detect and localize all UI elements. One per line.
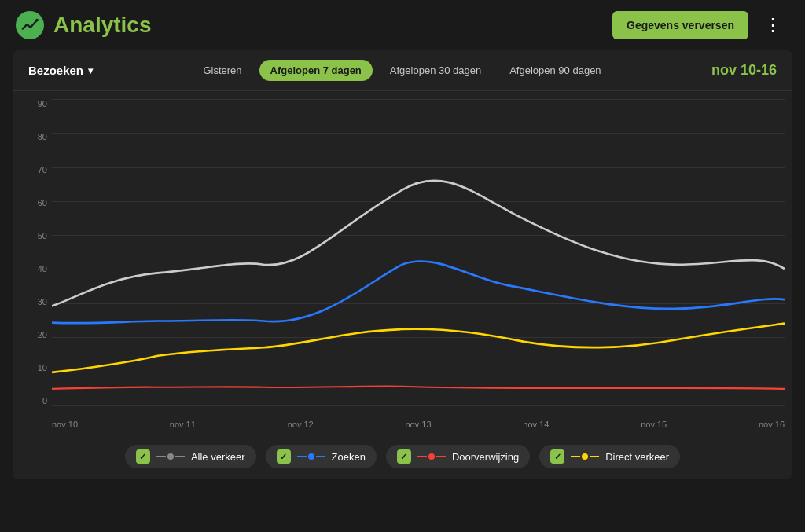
y-label-20: 20 bbox=[38, 330, 47, 339]
x-label-nov15: nov 15 bbox=[641, 420, 667, 429]
legend-line-search bbox=[297, 453, 325, 460]
legend-item-direct[interactable]: ✓ Direct verkeer bbox=[539, 445, 680, 468]
chevron-down-icon: ▾ bbox=[88, 65, 93, 76]
tab-7days[interactable]: Afgelopen 7 dagen bbox=[259, 60, 373, 81]
legend-item-search[interactable]: ✓ Zoeken bbox=[266, 445, 377, 468]
legend-label-referral: Doorverwijzing bbox=[452, 451, 519, 463]
app-header: Analytics Gegevens verversen ⋮ bbox=[0, 0, 805, 50]
header-right: Gegevens verversen ⋮ bbox=[612, 11, 789, 39]
legend-item-all[interactable]: ✓ Alle verkeer bbox=[125, 445, 256, 468]
y-label-50: 50 bbox=[38, 231, 47, 240]
chart-area: 90 80 70 60 50 40 30 20 10 0 bbox=[13, 91, 792, 437]
legend-label-search: Zoeken bbox=[332, 451, 366, 463]
legend-line-direct bbox=[571, 453, 599, 460]
chart-toolbar: Bezoeken ▾ Gisteren Afgelopen 7 dagen Af… bbox=[13, 50, 792, 91]
visits-dropdown[interactable]: Bezoeken ▾ bbox=[28, 64, 93, 77]
y-label-80: 80 bbox=[38, 132, 47, 141]
period-tabs: Gisteren Afgelopen 7 dagen Afgelopen 30 … bbox=[105, 60, 699, 81]
y-label-40: 40 bbox=[38, 264, 47, 273]
x-label-nov11: nov 11 bbox=[170, 420, 196, 429]
legend-line-referral bbox=[417, 453, 446, 460]
y-label-0: 0 bbox=[42, 396, 47, 405]
legend-line-all bbox=[156, 453, 185, 460]
tab-yesterday[interactable]: Gisteren bbox=[192, 60, 252, 81]
x-label-nov14: nov 14 bbox=[523, 420, 549, 429]
y-label-60: 60 bbox=[38, 198, 47, 207]
more-button[interactable]: ⋮ bbox=[758, 12, 789, 39]
header-left: Analytics bbox=[16, 11, 152, 39]
y-label-30: 30 bbox=[38, 297, 47, 306]
page-title: Analytics bbox=[53, 13, 152, 38]
svg-point-0 bbox=[35, 19, 39, 22]
visits-label: Bezoeken bbox=[28, 64, 83, 77]
y-label-90: 90 bbox=[38, 99, 47, 108]
chart-panel: Bezoeken ▾ Gisteren Afgelopen 7 dagen Af… bbox=[13, 50, 792, 479]
legend-label-all: Alle verkeer bbox=[191, 451, 245, 463]
refresh-button[interactable]: Gegevens verversen bbox=[612, 11, 748, 39]
y-axis: 90 80 70 60 50 40 30 20 10 0 bbox=[20, 99, 52, 405]
legend-check-direct: ✓ bbox=[550, 449, 564, 464]
y-label-10: 10 bbox=[38, 363, 47, 372]
legend-bar: ✓ Alle verkeer ✓ Zoeken ✓ bbox=[13, 437, 792, 479]
tab-90days[interactable]: Afgelopen 90 dagen bbox=[498, 60, 612, 81]
x-label-nov13: nov 13 bbox=[405, 420, 431, 429]
x-label-nov10: nov 10 bbox=[52, 420, 78, 429]
x-label-nov12: nov 12 bbox=[288, 420, 314, 429]
chart-svg bbox=[52, 99, 785, 405]
legend-label-direct: Direct verkeer bbox=[605, 451, 669, 463]
tab-30days[interactable]: Afgelopen 30 dagen bbox=[379, 60, 492, 81]
date-range: nov 10-16 bbox=[711, 62, 777, 79]
legend-check-all: ✓ bbox=[136, 449, 150, 464]
app-logo bbox=[16, 11, 44, 39]
legend-check-referral: ✓ bbox=[397, 449, 411, 464]
legend-check-search: ✓ bbox=[277, 449, 291, 464]
x-label-nov16: nov 16 bbox=[759, 420, 785, 429]
legend-item-referral[interactable]: ✓ Doorverwijzing bbox=[386, 445, 530, 468]
x-axis: nov 10 nov 11 nov 12 nov 13 nov 14 nov 1… bbox=[52, 420, 785, 429]
y-label-70: 70 bbox=[38, 165, 47, 174]
